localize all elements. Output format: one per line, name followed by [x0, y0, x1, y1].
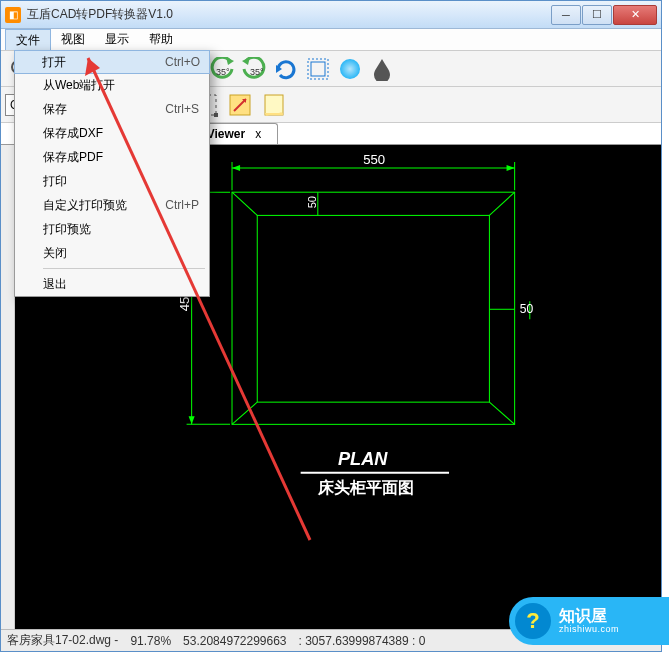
- titlebar: ◧ 互盾CAD转PDF转换器V1.0 ─ ☐ ✕: [1, 1, 661, 29]
- minimize-button[interactable]: ─: [551, 5, 581, 25]
- menu-save[interactable]: 保存 Ctrl+S: [15, 97, 209, 121]
- select-window-icon[interactable]: [303, 54, 333, 84]
- window-title: 互盾CAD转PDF转换器V1.0: [27, 6, 550, 23]
- svg-rect-21: [214, 113, 218, 117]
- svg-marker-40: [189, 416, 195, 424]
- droplet-icon[interactable]: [367, 54, 397, 84]
- sphere-icon[interactable]: [335, 54, 365, 84]
- svg-line-31: [489, 402, 514, 424]
- menu-view[interactable]: 视图: [51, 29, 95, 50]
- left-gutter: [1, 145, 15, 629]
- status-zoom: 91.78%: [130, 634, 171, 648]
- script-icon[interactable]: [259, 90, 289, 120]
- menu-display[interactable]: 显示: [95, 29, 139, 50]
- svg-line-30: [232, 402, 257, 424]
- svg-marker-33: [232, 165, 240, 171]
- svg-rect-25: [265, 95, 283, 115]
- svg-text:35°: 35°: [216, 67, 230, 77]
- svg-text:50: 50: [520, 302, 534, 316]
- menu-file[interactable]: 文件: [5, 29, 51, 50]
- menu-save-pdf[interactable]: 保存成PDF: [15, 145, 209, 169]
- watermark-url: zhishiwu.com: [559, 624, 619, 634]
- menu-print[interactable]: 打印: [15, 169, 209, 193]
- menu-save-dxf[interactable]: 保存成DXF: [15, 121, 209, 145]
- menu-close-file[interactable]: 关闭: [15, 241, 209, 265]
- status-x: 53.2084972299663: [183, 634, 286, 648]
- menu-help[interactable]: 帮助: [139, 29, 183, 50]
- watermark-badge: ? 知识屋 zhishiwu.com: [509, 597, 669, 645]
- svg-line-29: [489, 192, 514, 215]
- menu-separator: [43, 268, 205, 269]
- svg-text:50: 50: [306, 196, 318, 208]
- svg-text:PLAN: PLAN: [338, 449, 388, 469]
- status-y: : 3057.63999874389 : 0: [299, 634, 426, 648]
- svg-rect-15: [311, 62, 325, 76]
- svg-line-28: [232, 192, 257, 215]
- svg-marker-11: [242, 57, 250, 65]
- watermark-brand: 知识屋: [559, 608, 619, 624]
- menu-print-preview[interactable]: 打印预览: [15, 217, 209, 241]
- watermark-icon: ?: [515, 603, 551, 639]
- svg-text:床头柜平面图: 床头柜平面图: [317, 478, 414, 496]
- window-controls: ─ ☐ ✕: [550, 5, 657, 25]
- rotate-cw-icon[interactable]: 35°: [239, 54, 269, 84]
- svg-rect-27: [257, 215, 489, 402]
- rotate-ccw-icon[interactable]: 35°: [207, 54, 237, 84]
- menu-exit[interactable]: 退出: [15, 272, 209, 296]
- svg-marker-34: [507, 165, 515, 171]
- tab-close-icon[interactable]: x: [255, 127, 261, 141]
- status-file: 客房家具17-02.dwg -: [7, 632, 118, 649]
- app-icon: ◧: [5, 7, 21, 23]
- close-button[interactable]: ✕: [613, 5, 657, 25]
- arrow-tool-icon[interactable]: [225, 90, 255, 120]
- svg-rect-26: [232, 192, 515, 424]
- maximize-button[interactable]: ☐: [582, 5, 612, 25]
- menu-open-web[interactable]: 从Web端打开: [15, 73, 209, 97]
- menubar: 文件 视图 显示 帮助: [1, 29, 661, 51]
- svg-text:550: 550: [363, 152, 385, 167]
- svg-text:35°: 35°: [250, 67, 264, 77]
- file-menu-dropdown: 打开 Ctrl+O 从Web端打开 保存 Ctrl+S 保存成DXF 保存成PD…: [14, 50, 210, 297]
- menu-custom-preview[interactable]: 自定义打印预览 Ctrl+P: [15, 193, 209, 217]
- refresh-icon[interactable]: [271, 54, 301, 84]
- svg-marker-9: [226, 57, 234, 65]
- svg-point-16: [340, 59, 360, 79]
- menu-open[interactable]: 打开 Ctrl+O: [14, 50, 210, 74]
